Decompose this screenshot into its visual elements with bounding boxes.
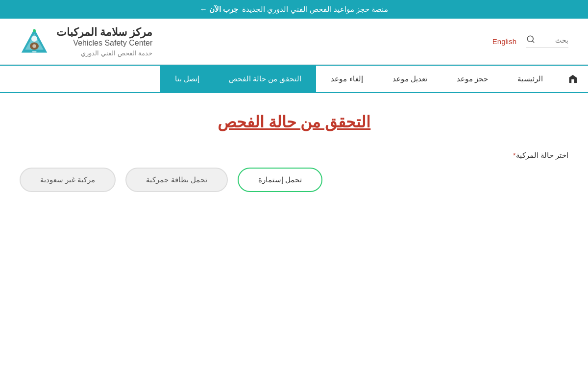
svg-point-4 bbox=[31, 36, 37, 42]
svg-rect-9 bbox=[571, 79, 574, 83]
nav-item-edit[interactable]: تعديل موعد bbox=[378, 66, 442, 92]
nav-item-book[interactable]: حجز موعد bbox=[442, 66, 503, 92]
vehicle-status-section: اختر حالة المركبة* تحمل إستمارة تحمل بطا… bbox=[20, 151, 568, 192]
top-banner: منصة حجز مواعيد الفحص الفني الدوري الجدي… bbox=[0, 0, 588, 19]
svg-point-6 bbox=[32, 44, 36, 48]
logo-icon bbox=[20, 27, 49, 56]
banner-text: منصة حجز مواعيد الفحص الفني الدوري الجدي… bbox=[242, 5, 388, 14]
option-istimara[interactable]: تحمل إستمارة bbox=[238, 168, 322, 192]
logo-text: مركز سلامة المركبات Vehicles Safety Cent… bbox=[56, 26, 152, 57]
search-icon[interactable] bbox=[526, 35, 535, 46]
nav-item-contact[interactable]: إتصل بنا bbox=[160, 66, 214, 92]
service-name: خدمة الفحص الفني الدوري bbox=[56, 49, 152, 57]
search-area[interactable] bbox=[526, 35, 568, 48]
main-content: التحقق من حالة الفحص اختر حالة المركبة* … bbox=[0, 93, 588, 212]
svg-rect-7 bbox=[32, 51, 37, 52]
page-title: التحقق من حالة الفحص bbox=[20, 113, 568, 131]
logo-area: مركز سلامة المركبات Vehicles Safety Cent… bbox=[20, 26, 152, 57]
search-input[interactable] bbox=[539, 36, 568, 44]
logo-arabic: مركز سلامة المركبات bbox=[56, 26, 152, 39]
header: English مركز سلامة المركبات Vehicles Saf… bbox=[0, 19, 588, 65]
logo-english: Vehicles Safety Center bbox=[56, 39, 152, 48]
vehicle-options: تحمل إستمارة تحمل بطاقة جمركية مركبة غير… bbox=[20, 168, 568, 192]
field-label: اختر حالة المركبة* bbox=[20, 151, 568, 160]
try-now-link[interactable]: جرب الآن ← bbox=[200, 5, 238, 14]
navbar: الرئيسية حجز موعد تعديل موعد إلغاء موعد … bbox=[0, 65, 588, 93]
nav-item-check[interactable]: التحقق من حالة الفحص bbox=[214, 66, 317, 92]
svg-line-1 bbox=[532, 41, 534, 42]
language-button[interactable]: English bbox=[492, 37, 516, 46]
nav-item-home[interactable]: الرئيسية bbox=[503, 66, 558, 92]
header-left: English bbox=[492, 35, 568, 48]
nav-item-cancel[interactable]: إلغاء موعد bbox=[316, 66, 377, 92]
option-non-saudi[interactable]: مركبة غير سعودية bbox=[20, 168, 116, 192]
option-customs[interactable]: تحمل بطاقة جمركية bbox=[125, 168, 227, 192]
svg-point-8 bbox=[33, 29, 36, 32]
nav-home-icon[interactable] bbox=[558, 66, 588, 92]
